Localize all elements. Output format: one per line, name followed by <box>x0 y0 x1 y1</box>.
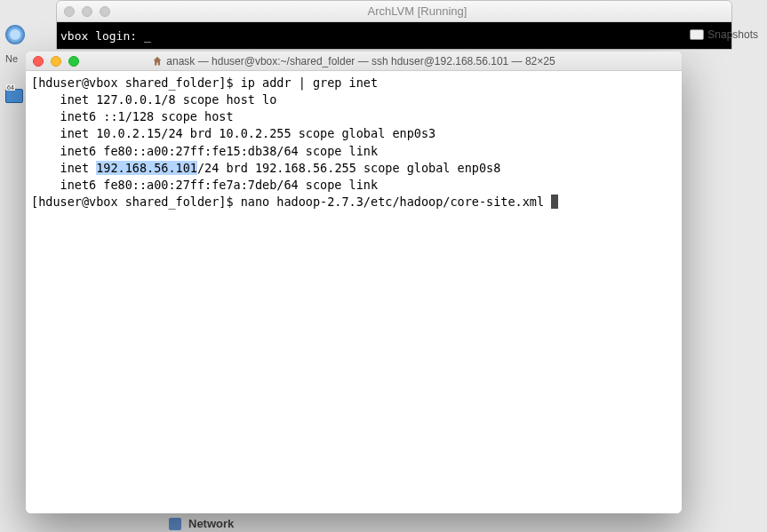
minimize-button[interactable] <box>51 56 61 67</box>
terminal-title-text: anask — hduser@vbox:~/shared_folder — ss… <box>166 55 555 67</box>
vm-console[interactable]: vbox login: _ <box>57 22 731 49</box>
vm-minimize-button[interactable] <box>82 6 92 17</box>
vm-traffic <box>64 6 110 17</box>
left-sidebar: Ne <box>5 25 25 103</box>
zoom-button[interactable] <box>68 56 79 67</box>
network-icon <box>169 518 181 530</box>
terminal-line: [hduser@vbox shared_folder]$ ip addr | g… <box>31 75 676 91</box>
terminal-title: anask — hduser@vbox:~/shared_folder — ss… <box>33 55 675 67</box>
terminal-line: inet6 fe80::a00:27ff:fe15:db38/64 scope … <box>31 143 676 160</box>
terminal-titlebar[interactable]: anask — hduser@vbox:~/shared_folder — ss… <box>26 52 682 71</box>
terminal-line: inet6 fe80::a00:27ff:fe7a:7deb/64 scope … <box>31 177 676 194</box>
vm-zoom-button[interactable] <box>100 6 110 17</box>
terminal-line: inet 192.168.56.101/24 brd 192.168.56.25… <box>31 160 676 177</box>
vm-login-prompt: vbox login: _ <box>60 29 151 43</box>
snapshots-label: Snapshots <box>707 28 758 41</box>
camera-icon <box>690 29 704 40</box>
output-text: /24 brd 192.168.56.255 scope global enp0… <box>197 161 500 175</box>
gear-icon[interactable] <box>5 25 25 44</box>
terminal-content[interactable]: [hduser@vbox shared_folder]$ ip addr | g… <box>26 71 682 513</box>
network-label: Network <box>188 517 234 530</box>
home-icon <box>152 56 163 67</box>
terminal-window: anask — hduser@vbox:~/shared_folder — ss… <box>26 52 682 513</box>
ne-label: Ne <box>5 53 25 64</box>
cursor <box>551 195 558 209</box>
selected-ip: 192.168.56.101 <box>96 161 197 175</box>
command: ip addr | grep inet <box>241 75 378 90</box>
command: nano hadoop-2.7.3/etc/hadoop/core-site.x… <box>241 195 552 209</box>
vm-close-button[interactable] <box>64 6 75 17</box>
output-text: inet <box>31 161 96 175</box>
network-panel-header[interactable]: Network <box>169 517 234 530</box>
prompt: [hduser@vbox shared_folder]$ <box>31 75 241 90</box>
vm-window: ArchLVM [Running] vbox login: _ <box>56 0 732 50</box>
prompt: [hduser@vbox shared_folder]$ <box>31 195 241 209</box>
terminal-line: inet 127.0.0.1/8 scope host lo <box>31 91 676 108</box>
terminal-line: [hduser@vbox shared_folder]$ nano hadoop… <box>31 194 676 210</box>
terminal-traffic-lights <box>33 56 79 67</box>
vm-window-title: ArchLVM [Running] <box>110 4 724 18</box>
terminal-line: inet6 ::1/128 scope host <box>31 108 676 125</box>
vm-thumbnail-icon[interactable] <box>5 89 23 103</box>
terminal-line: inet 10.0.2.15/24 brd 10.0.2.255 scope g… <box>31 125 676 142</box>
snapshots-button[interactable]: Snapshots <box>690 28 758 41</box>
vm-titlebar[interactable]: ArchLVM [Running] <box>57 1 731 22</box>
close-button[interactable] <box>33 56 44 67</box>
